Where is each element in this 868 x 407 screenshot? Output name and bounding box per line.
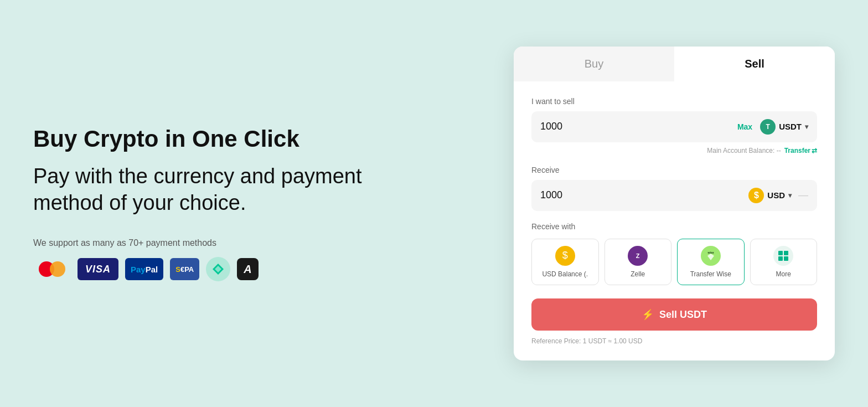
- sell-currency-select[interactable]: T USDT ▾: [760, 119, 808, 135]
- paypal-icon: PayPal: [125, 258, 163, 280]
- main-heading: Buy Crypto in One Click: [33, 126, 376, 152]
- sell-label: I want to sell: [531, 97, 817, 106]
- mastercard-icon: [33, 258, 71, 280]
- pm-more-icon: [773, 246, 793, 266]
- card-body: I want to sell Max T USDT ▾ Main Account…: [514, 81, 835, 360]
- balance-label: Main Account Balance: --: [707, 147, 781, 154]
- receive-with-label: Receive with: [531, 222, 817, 231]
- sell-button[interactable]: ⚡ Sell USDT: [531, 298, 817, 331]
- receive-label: Receive: [531, 166, 817, 174]
- usd-icon: $: [748, 188, 764, 203]
- receive-input-row: $ USD ▾ —: [531, 180, 817, 211]
- payment-methods-row: $ USD Balance (. Z Zelle wise: [531, 239, 817, 285]
- pm-zelle[interactable]: Z Zelle: [604, 239, 672, 285]
- sell-currency-label: USDT: [779, 122, 802, 131]
- tab-bar: Buy Sell: [514, 47, 835, 81]
- transfer-link[interactable]: Transfer ⇄: [784, 147, 817, 154]
- sell-currency-chevron: ▾: [805, 123, 808, 131]
- balance-row: Main Account Balance: -- Transfer ⇄: [531, 147, 817, 154]
- pm-more-label: More: [776, 270, 791, 278]
- tab-sell[interactable]: Sell: [674, 47, 835, 81]
- pm-zelle-label: Zelle: [631, 270, 645, 278]
- trade-card: Buy Sell I want to sell Max T USDT ▾ Mai…: [514, 47, 835, 360]
- receive-dash: —: [798, 189, 808, 201]
- max-button[interactable]: Max: [734, 121, 756, 132]
- lightning-icon: ⚡: [642, 308, 654, 321]
- pm-more[interactable]: More: [750, 239, 818, 285]
- pm-wise-label: Transfer Wise: [690, 270, 731, 278]
- receive-currency-label: USD: [767, 190, 785, 200]
- payment-icons-row: VISA PayPal S€PA A: [33, 257, 376, 281]
- paxful-icon: [206, 257, 230, 281]
- receive-amount-input[interactable]: [540, 189, 744, 201]
- arb-icon: A: [237, 258, 258, 280]
- pm-usd-balance[interactable]: $ USD Balance (.: [531, 239, 599, 285]
- pm-wise-icon: wise: [701, 246, 721, 266]
- receive-currency-select[interactable]: $ USD ▾: [748, 188, 792, 203]
- sell-amount-input[interactable]: [540, 121, 730, 132]
- receive-currency-chevron: ▾: [788, 192, 792, 199]
- pm-usd-icon: $: [555, 246, 575, 266]
- payment-support-label: We support as many as 70+ payment method…: [33, 238, 376, 248]
- svg-text:wise: wise: [707, 251, 714, 254]
- pm-zelle-icon: Z: [628, 246, 648, 266]
- visa-icon: VISA: [78, 258, 118, 280]
- left-section: Buy Crypto in One Click Pay with the cur…: [33, 126, 376, 281]
- sepa-icon: S€PA: [170, 258, 199, 280]
- svg-text:Z: Z: [636, 253, 640, 259]
- sub-heading: Pay with the currency and payment method…: [33, 163, 376, 216]
- tab-buy[interactable]: Buy: [514, 47, 674, 81]
- pm-usd-label: USD Balance (.: [542, 270, 588, 278]
- mc-right-circle: [50, 261, 65, 277]
- sell-input-row: Max T USDT ▾: [531, 111, 817, 142]
- reference-price: Reference Price: 1 USDT ≈ 1.00 USD: [531, 337, 817, 345]
- pm-transferwise[interactable]: wise Transfer Wise: [677, 239, 745, 285]
- sell-button-label: Sell USDT: [659, 309, 707, 321]
- usdt-icon: T: [760, 119, 776, 135]
